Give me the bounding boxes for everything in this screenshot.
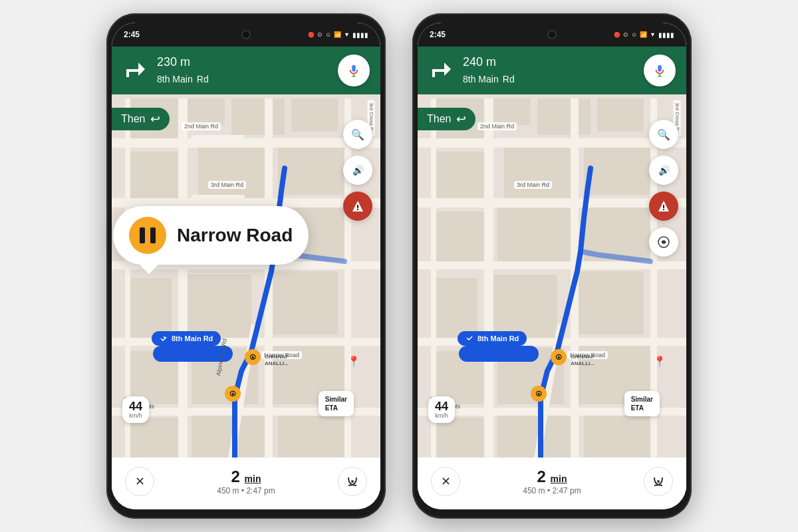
svg-rect-15 [185, 275, 251, 338]
then-banner-2: Then ↩ [418, 108, 475, 130]
eta-details-1: 450 m • 2:47 pm [217, 486, 275, 495]
speed-number-1: 44 [129, 400, 142, 412]
tooltip-tail [140, 265, 158, 274]
eta-time-2: 2 min [523, 467, 581, 486]
svg-rect-55 [504, 145, 571, 198]
svg-rect-2 [352, 76, 356, 76]
svg-rect-8 [125, 152, 185, 198]
phone-2-frame: 2:45 🔴 ⊙ ☺ 📶 ▼ ▮▮▮▮ [412, 13, 692, 519]
nav-text-2: 240 m 8th Main Rd [463, 55, 515, 86]
svg-rect-47 [659, 74, 660, 76]
nav-instruction-2: 240 m 8th Main Rd [428, 55, 644, 86]
eta-time-1: 2 min [217, 467, 275, 486]
nav-street-2: 8th Main Rd [463, 69, 515, 86]
extra-button-2[interactable] [649, 227, 678, 257]
close-button-1[interactable]: ✕ [125, 467, 154, 496]
red-pin-2: 📍 [653, 355, 666, 368]
svg-rect-10 [278, 145, 344, 195]
nav-text-1: 230 m 8th Main Rd [157, 55, 209, 86]
speed-number-2: 44 [435, 400, 448, 412]
svg-rect-56 [584, 145, 650, 195]
nav-street-1: 8th Main Rd [157, 69, 209, 86]
map-buttons-1: 🔍 🔊 [343, 120, 372, 221]
svg-rect-68 [584, 411, 657, 464]
svg-rect-45 [150, 227, 156, 243]
svg-rect-69 [418, 138, 686, 148]
routes-button-1[interactable] [338, 467, 367, 496]
camera-notch-2 [547, 30, 557, 39]
status-bar-2: 2:45 🔴 ⊙ ☺ 📶 ▼ ▮▮▮▮ [418, 23, 686, 47]
svg-rect-41 [357, 205, 358, 208]
svg-rect-6 [231, 98, 285, 135]
search-button-2[interactable]: 🔍 [649, 120, 678, 149]
street-chip-2: 8th Main Rd [458, 331, 527, 346]
narrow-sign-1a: ⦿ [245, 349, 261, 365]
then-banner-1: Then ↩ [112, 108, 170, 130]
chinnapalli-label-1: CHINNAPANALLI... [265, 354, 289, 368]
status-time-1: 2:45 [124, 30, 140, 39]
speed-badge-2: 44 km/h [428, 396, 455, 423]
turn-arrow-2 [428, 57, 455, 84]
search-button-1[interactable]: 🔍 [343, 120, 372, 149]
svg-rect-9 [198, 145, 265, 198]
speed-unit-1: km/h [129, 412, 142, 419]
search-icon-2: 🔍 [657, 128, 670, 141]
status-icons-1: 🔴 ⊙ ☺ 📶 ▼ ▮▮▮▮ [308, 31, 368, 39]
report-button-2[interactable] [649, 192, 678, 221]
status-icons-2: 🔴 ⊙ ☺ 📶 ▼ ▮▮▮▮ [614, 31, 674, 39]
eta-details-2: 450 m • 2:47 pm [523, 486, 581, 495]
eta-info-2: 2 min 450 m • 2:47 pm [523, 467, 581, 495]
svg-rect-48 [658, 76, 662, 76]
nav-instruction-1: 230 m 8th Main Rd [122, 55, 338, 86]
road-label-2nd-main-2: 2nd Main Rd [477, 122, 517, 130]
svg-rect-31 [125, 98, 130, 497]
mic-button-2[interactable] [644, 55, 676, 86]
then-arrow-icon-2: ↩ [456, 112, 466, 126]
svg-rect-28 [178, 98, 188, 497]
narrow-road-tooltip-text: Narrow Road [177, 225, 293, 246]
volume-icon-1: 🔊 [352, 165, 364, 176]
svg-rect-16 [265, 271, 338, 334]
close-button-2[interactable]: ✕ [431, 467, 460, 496]
svg-rect-51 [491, 98, 531, 125]
status-time-2: 2:45 [430, 30, 446, 39]
volume-icon-2: 🔊 [658, 165, 670, 176]
status-bar-1: 2:45 🔴 ⊙ ☺ 📶 ▼ ▮▮▮▮ [112, 23, 380, 47]
svg-rect-37 [192, 135, 245, 143]
road-label-3rd-main: 3rd Main Rd [208, 181, 246, 189]
street-chip-label-1: 8th Main Rd [172, 334, 213, 342]
narrow-sign-2a: ⦿ [551, 349, 567, 365]
svg-rect-5 [185, 98, 225, 125]
then-label-2: Then [427, 113, 451, 125]
nav-header-2: 240 m 8th Main Rd [418, 47, 686, 94]
volume-button-2[interactable]: 🔊 [649, 156, 678, 185]
svg-rect-44 [140, 227, 145, 243]
svg-rect-60 [431, 278, 477, 338]
narrow-sign-1b: ⦿ [225, 386, 241, 402]
narrow-road-icon-circle [129, 217, 166, 254]
svg-point-87 [662, 241, 665, 243]
volume-button-1[interactable]: 🔊 [343, 156, 372, 185]
bottom-bar-2: ✕ 2 min 450 m • 2:47 pm [418, 458, 686, 509]
svg-rect-38 [192, 195, 245, 203]
svg-rect-7 [291, 98, 338, 132]
nav-distance-2: 240 m [463, 55, 515, 69]
speed-unit-2: km/h [435, 412, 448, 419]
similar-eta-2: SimilarETA [624, 391, 660, 416]
nav-distance-1: 230 m [157, 55, 209, 69]
then-arrow-icon-1: ↩ [150, 112, 160, 126]
svg-rect-62 [571, 271, 644, 334]
bottom-bar-1: ✕ 2 min 450 m • 2:47 pm [112, 458, 380, 509]
routes-button-2[interactable] [644, 467, 673, 496]
narrow-sign-2b: ⦿ [531, 386, 547, 402]
mic-button-1[interactable] [338, 55, 370, 86]
svg-rect-14 [125, 278, 172, 338]
eta-info-1: 2 min 450 m • 2:47 pm [217, 467, 275, 495]
map-buttons-2: 🔍 🔊 [649, 120, 678, 257]
street-chip-label-2: 8th Main Rd [477, 334, 519, 342]
road-label-3rd-main-2: 3rd Main Rd [514, 181, 552, 189]
narrow-road-tooltip: Narrow Road [113, 206, 309, 265]
report-button-1[interactable] [343, 192, 372, 221]
svg-point-88 [657, 480, 660, 483]
svg-rect-23 [112, 138, 380, 148]
